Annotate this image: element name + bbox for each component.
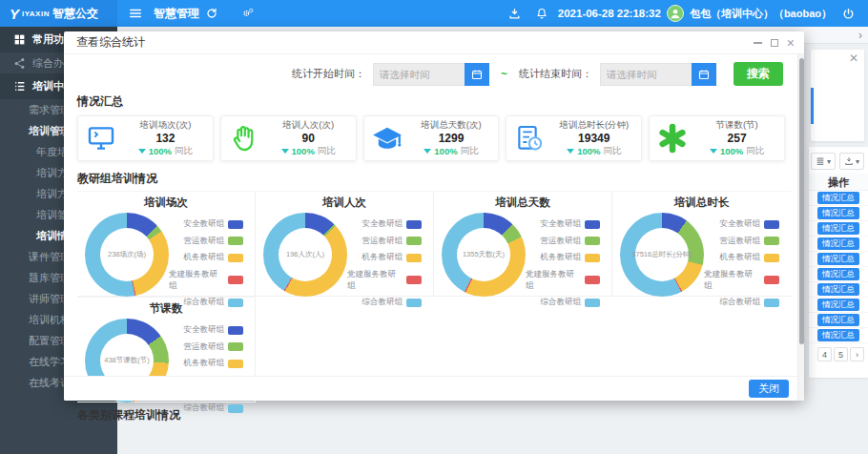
legend-swatch [228, 220, 243, 229]
legend-swatch [764, 299, 779, 307]
legend-swatch [585, 220, 600, 229]
end-time-input[interactable] [600, 63, 692, 86]
legend-item-0[interactable]: 安全教研组 [541, 218, 601, 230]
power-icon[interactable] [837, 3, 858, 24]
chart-legend: 安全教研组营运教研组机务教研组党建服务教研组综合教研组 [347, 213, 433, 308]
pagination-page-button[interactable]: 4 [817, 347, 832, 361]
row-summary-button[interactable]: 情况汇总 [817, 237, 859, 250]
legend-item-1[interactable]: 营运教研组 [362, 236, 423, 247]
stat-label: 培训场次(次) [124, 119, 207, 132]
legend-item-0[interactable]: 安全教研组 [362, 218, 423, 230]
legend-swatch [228, 404, 243, 413]
legend-item-4[interactable]: 综合教研组 [184, 402, 244, 414]
legend-item-2[interactable]: 机务教研组 [184, 358, 244, 369]
row-summary-button[interactable]: 情况汇总 [817, 283, 859, 296]
legend-swatch [764, 220, 779, 229]
row-summary-button[interactable]: 情况汇总 [817, 207, 859, 219]
legend-swatch [406, 276, 422, 284]
legend-item-0[interactable]: 安全教研组 [184, 218, 244, 230]
legend-item-4[interactable]: 综合教研组 [720, 297, 780, 308]
panel-scroll-indicator [811, 88, 814, 124]
stat-value: 1299 [410, 132, 493, 145]
table-row: 情况汇总 [809, 206, 868, 221]
stat-card-2: 培训总天数(次)1299100%同比 [363, 115, 500, 161]
table-row: 情况汇总 [809, 328, 868, 343]
menu-icon[interactable] [125, 3, 146, 24]
trend-down-icon [138, 149, 146, 154]
gears-icon[interactable] [238, 3, 258, 24]
end-calendar-icon[interactable] [692, 63, 716, 86]
legend-swatch [228, 254, 243, 262]
stat-card-0: 培训场次(次)132100%同比 [77, 115, 214, 161]
row-summary-button[interactable]: 情况汇总 [817, 268, 859, 280]
trend-down-icon [710, 149, 717, 154]
legend-item-3[interactable]: 党建服务教研组 [169, 269, 243, 292]
legend-item-2[interactable]: 机务教研组 [720, 252, 780, 263]
legend-item-2[interactable]: 机务教研组 [184, 252, 244, 263]
legend-item-3[interactable]: 党建服务教研组 [526, 269, 600, 292]
username-display[interactable]: 包包（培训中心）（baobao） [690, 7, 832, 21]
search-button[interactable]: 搜索 [734, 62, 783, 86]
table-row: 情况汇总 [809, 191, 868, 206]
panel-close-icon[interactable]: ✕ [849, 52, 858, 65]
restore-icon[interactable] [771, 39, 778, 47]
pagination-page-button[interactable]: 5 [834, 347, 848, 361]
legend-item-1[interactable]: 营运教研组 [720, 236, 780, 247]
legend-label: 安全教研组 [184, 218, 225, 230]
download-icon[interactable] [505, 3, 526, 24]
pagination: 45› [809, 343, 868, 361]
tab-scroll-right-icon[interactable]: › [858, 29, 862, 42]
legend-item-2[interactable]: 机务教研组 [541, 252, 601, 263]
legend-item-2[interactable]: 机务教研组 [362, 252, 423, 263]
legend-item-1[interactable]: 营运教研组 [184, 236, 244, 247]
bell-icon[interactable] [531, 3, 552, 24]
stat-value: 257 [695, 132, 778, 145]
modal-title: 查看综合统计 [76, 34, 145, 51]
close-icon[interactable]: × [787, 36, 795, 50]
scrollbar-thumb[interactable] [799, 58, 804, 344]
legend-item-0[interactable]: 安全教研组 [184, 324, 244, 336]
row-summary-button[interactable]: 情况汇总 [817, 253, 859, 265]
legend-item-0[interactable]: 安全教研组 [720, 218, 780, 230]
legend-swatch [406, 299, 422, 307]
chart-legend: 安全教研组营运教研组机务教研组党建服务教研组综合教研组 [526, 213, 611, 308]
compare-label: 同比 [746, 145, 764, 157]
row-summary-button[interactable]: 情况汇总 [817, 299, 859, 311]
row-summary-button[interactable]: 情况汇总 [817, 314, 859, 326]
legend-item-4[interactable]: 综合教研组 [541, 297, 601, 308]
legend-item-1[interactable]: 营运教研组 [541, 236, 601, 247]
start-calendar-icon[interactable] [465, 63, 489, 86]
columns-dropdown-button[interactable]: ▾ [811, 153, 836, 170]
start-time-label: 统计开始时间： [292, 67, 365, 81]
background-table-panel: ▾ ▾ 操作 情况汇总情况汇总情况汇总情况汇总情况汇总情况汇总情况汇总情况汇总情… [809, 147, 868, 378]
export-dropdown-button[interactable]: ▾ [839, 153, 864, 170]
legend-label: 党建服务教研组 [526, 269, 581, 292]
legend-item-3[interactable]: 党建服务教研组 [347, 269, 422, 292]
pagination-next-button[interactable]: › [850, 347, 864, 361]
clock-display: 2021-06-28 22:18:32 [558, 8, 661, 19]
logo-text-en: IYAXIN [22, 10, 50, 18]
close-button[interactable]: 关闭 [749, 380, 789, 398]
row-summary-button[interactable]: 情况汇总 [817, 222, 859, 235]
donut-ring: 37516总时长(分钟) [620, 213, 704, 297]
document-clock-icon [512, 121, 547, 155]
row-summary-button[interactable]: 情况汇总 [817, 192, 859, 204]
legend-label: 机务教研组 [362, 252, 403, 263]
legend-item-3[interactable]: 党建服务教研组 [704, 269, 779, 292]
legend-item-4[interactable]: 综合教研组 [362, 297, 423, 308]
donut-chart-3: 培训总时长37516总时长(分钟)安全教研组营运教研组机务教研组党建服务教研组综… [612, 191, 791, 297]
legend-label: 党建服务教研组 [347, 269, 403, 292]
user-avatar[interactable] [667, 5, 684, 22]
legend-swatch [764, 276, 779, 284]
legend-item-1[interactable]: 营运教研组 [184, 341, 244, 353]
refresh-icon[interactable] [201, 3, 222, 24]
stat-trend: 100%同比 [267, 145, 350, 157]
minimize-icon[interactable] [754, 42, 762, 44]
table-row: 情况汇总 [809, 221, 868, 237]
start-time-input[interactable] [373, 63, 465, 86]
legend-swatch [228, 342, 243, 351]
row-summary-button[interactable]: 情况汇总 [817, 329, 859, 341]
asterisk-icon [655, 121, 690, 155]
trend-percent: 100% [434, 146, 457, 156]
hand-icon [227, 121, 261, 155]
